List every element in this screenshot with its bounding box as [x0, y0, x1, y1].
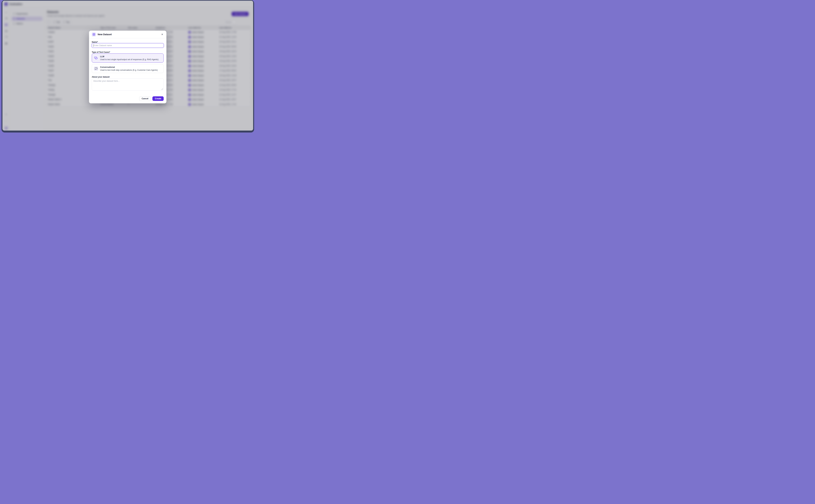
- filter-chip-type[interactable]: Type: [52, 20, 62, 24]
- name-label: Name*: [92, 41, 98, 43]
- avatar: A: [188, 50, 191, 53]
- about-label: About your dataset: [92, 76, 110, 78]
- avatar: A: [188, 74, 191, 77]
- flask-icon[interactable]: ⚗: [4, 17, 8, 20]
- close-icon[interactable]: ✕: [161, 33, 164, 36]
- app-topbar: ◫ Evaluation: [2, 1, 253, 7]
- avatar: A: [188, 45, 191, 48]
- avatar: A: [188, 94, 191, 96]
- cancel-button[interactable]: Cancel: [139, 96, 151, 101]
- modal-title: New Dataset: [98, 33, 112, 36]
- dataset-name-input[interactable]: Enter Dataset name: [92, 43, 164, 48]
- select-all-checkbox[interactable]: [47, 21, 50, 23]
- database-icon[interactable]: ▤: [4, 23, 8, 26]
- filter-icon: [53, 21, 55, 23]
- option-conv-desc: Used to test multi step conversations (E…: [100, 69, 158, 71]
- col-last-edited-at[interactable]: Last edited at: [219, 27, 231, 29]
- bell-icon[interactable]: ◌: [4, 119, 8, 123]
- new-dataset-button[interactable]: New Dataset: [232, 12, 249, 16]
- sidebar-item-metrics[interactable]: Metrics: [12, 22, 42, 26]
- page-title: Datasets: [47, 10, 59, 14]
- create-button[interactable]: Create: [152, 96, 164, 101]
- avatar: A: [188, 84, 191, 87]
- filter-icon: [63, 21, 65, 23]
- option-conversational[interactable]: Conversational Used to test multi step c…: [92, 64, 164, 73]
- avatar: A: [188, 69, 191, 72]
- name-placeholder: Enter Dataset name: [94, 44, 112, 47]
- avatar: A: [188, 89, 191, 91]
- layers-icon[interactable]: ❐: [4, 35, 8, 39]
- avatar: A: [188, 103, 191, 106]
- avatar: A: [188, 65, 191, 67]
- item-icon: [13, 18, 15, 20]
- home-icon[interactable]: ⌂: [4, 10, 8, 14]
- table-header: Dataset Name Type of Test case Test case…: [47, 26, 251, 30]
- app-logo-icon: ◫: [4, 2, 8, 6]
- user-icon[interactable]: ◉: [4, 126, 8, 130]
- filter-chip-tags[interactable]: Tags: [61, 20, 72, 24]
- modal-header: New Dataset ✕: [89, 31, 166, 38]
- avatar: A: [188, 79, 191, 82]
- col-created-at[interactable]: Created at: [156, 27, 165, 29]
- type-label: Type of Test Cases*: [92, 51, 110, 53]
- help-icon[interactable]: ?: [4, 113, 8, 116]
- sidebar-item-experiments[interactable]: Experiments: [12, 12, 42, 16]
- sidebar: ExperimentsDatasetsMetrics: [10, 7, 44, 131]
- item-icon: [13, 13, 15, 15]
- dataset-description-textarea[interactable]: Describe your dataset here...: [92, 78, 164, 91]
- avatar: A: [188, 55, 191, 58]
- new-dataset-modal: New Dataset ✕ Name* Enter Dataset name T…: [89, 31, 166, 103]
- option-llm[interactable]: LLM Used to test single input/output set…: [92, 53, 164, 63]
- option-llm-title: LLM: [100, 55, 158, 58]
- avatar: A: [188, 31, 191, 34]
- chart-icon[interactable]: ▥: [4, 29, 8, 33]
- col-dataset-name[interactable]: Dataset Name: [48, 27, 60, 29]
- sidebar-item-datasets[interactable]: Datasets: [12, 17, 42, 21]
- col-test-cases[interactable]: Test cases: [128, 27, 137, 29]
- about-placeholder: Describe your dataset here...: [93, 80, 162, 82]
- table-icon: [92, 32, 96, 37]
- avatar: A: [188, 36, 191, 38]
- resize-handle[interactable]: [161, 88, 163, 90]
- icon-rail: ⌂⚗▤▥❐▣?◌◉: [2, 7, 10, 131]
- app-title: Evaluation: [10, 3, 22, 5]
- col-last-edited-by[interactable]: Last edited by: [188, 27, 201, 29]
- avatar: A: [188, 41, 191, 43]
- avatar: A: [188, 98, 191, 101]
- avatar: A: [188, 60, 191, 62]
- option-conv-title: Conversational: [100, 66, 158, 68]
- modal-footer: Cancel Create: [139, 96, 164, 101]
- chat-bubbles-icon: [94, 56, 98, 60]
- item-icon: [13, 23, 15, 25]
- page-subtitle: Create and manage datasets to evaluate a…: [47, 15, 104, 17]
- option-llm-desc: Used to test single input/output set of …: [100, 58, 158, 61]
- table-search-input[interactable]: Search: [224, 20, 237, 24]
- chat-bubble-icon: [94, 67, 98, 71]
- book-icon[interactable]: ▣: [4, 41, 8, 45]
- col-type[interactable]: Type of Test case: [100, 27, 116, 29]
